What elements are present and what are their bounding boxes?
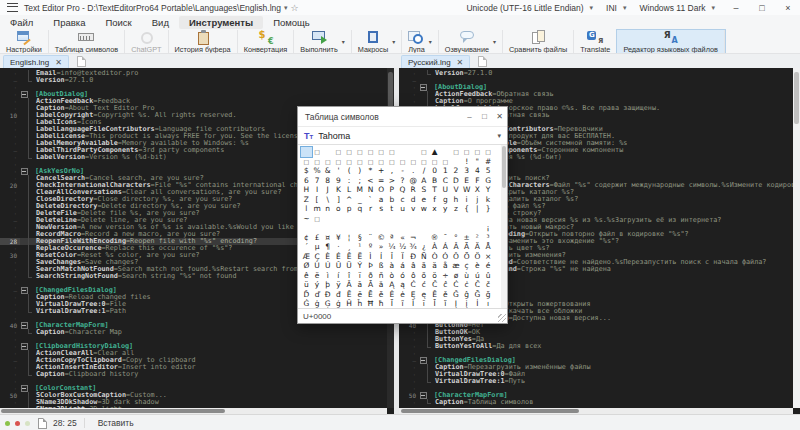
toolbar-button-run[interactable]: Выполнить▾ (294, 30, 351, 53)
character-cell[interactable]: Ú (322, 261, 333, 271)
tab-russian-lng[interactable]: Русский.lng ✕ (401, 55, 470, 69)
character-cell[interactable]: Ē (344, 290, 355, 300)
chevron-down-icon[interactable]: ▾ (429, 38, 432, 45)
character-cell[interactable] (376, 223, 387, 233)
character-cell[interactable]: Í (376, 252, 387, 262)
character-cell[interactable]: | (472, 204, 483, 214)
character-cell[interactable]: Č (472, 280, 483, 290)
character-cell[interactable]: ¬ (408, 233, 419, 243)
toolbar-button-language-file-editor[interactable]: Редактор языковых файлов (617, 30, 725, 53)
character-cell[interactable]: ä (429, 261, 440, 271)
character-cell[interactable]: d (408, 195, 419, 205)
code-line[interactable]: – (399, 77, 800, 84)
character-cell[interactable]: □ (461, 147, 472, 157)
character-cell[interactable] (408, 214, 419, 224)
character-cell[interactable]: ı (483, 299, 494, 308)
character-cell[interactable] (301, 147, 312, 157)
character-cell[interactable]: Ç (312, 252, 323, 262)
character-cell[interactable]: þ (322, 280, 333, 290)
code-line[interactable]: –Version=27.1.0 (0, 77, 394, 84)
character-cell[interactable]: R (408, 185, 419, 195)
character-cell[interactable] (461, 214, 472, 224)
character-cell[interactable]: ć (419, 280, 430, 290)
character-cell[interactable] (483, 214, 494, 224)
character-cell[interactable]: I (312, 185, 323, 195)
character-cell[interactable]: □ (333, 147, 344, 157)
character-cell[interactable]: % (312, 166, 323, 176)
character-cell[interactable]: Ĕ (365, 290, 376, 300)
character-cell[interactable] (376, 214, 387, 224)
character-cell[interactable]: c (397, 195, 408, 205)
character-cell[interactable]: ▲ (429, 147, 440, 157)
character-cell[interactable]: Ø (301, 261, 312, 271)
character-cell[interactable] (354, 214, 365, 224)
character-cell[interactable]: - (397, 166, 408, 176)
character-cell[interactable]: _ (354, 195, 365, 205)
character-cell[interactable] (344, 223, 355, 233)
character-cell[interactable]: y (440, 204, 451, 214)
theme-selector[interactable]: Windows 11 Dark▾ (640, 3, 719, 13)
character-cell[interactable]: æ (451, 261, 462, 271)
insert-mode-indicator[interactable]: Вставить (98, 418, 134, 428)
character-cell[interactable] (387, 223, 398, 233)
character-cell[interactable]: Đ (322, 290, 333, 300)
character-cell[interactable]: ý (312, 280, 323, 290)
character-cell[interactable]: N (365, 185, 376, 195)
character-cell[interactable]: ì (322, 271, 333, 281)
character-cell[interactable]: □ (365, 147, 376, 157)
code-line[interactable]: ·ButtonYesToAll=Да для всех (399, 343, 800, 350)
character-cell[interactable]: [ (312, 195, 323, 205)
character-cell[interactable]: ¿ (419, 242, 430, 252)
character-cell[interactable]: B (429, 176, 440, 186)
character-cell[interactable]: µ (312, 242, 323, 252)
character-cell[interactable]: 3 (461, 166, 472, 176)
dialog-vertical-scrollbar[interactable] (501, 145, 507, 308)
character-cell[interactable] (387, 214, 398, 224)
character-cell[interactable] (451, 223, 462, 233)
character-cell[interactable] (440, 223, 451, 233)
code-line[interactable]: ·Version=27.1.0 (399, 70, 800, 77)
character-cell[interactable]: O (376, 185, 387, 195)
character-cell[interactable] (365, 223, 376, 233)
character-cell[interactable]: k (483, 195, 494, 205)
character-cell[interactable]: □ (365, 157, 376, 167)
character-cell[interactable]: Á (440, 242, 451, 252)
character-cell[interactable]: Į (451, 299, 462, 308)
character-cell[interactable]: Ñ (419, 252, 430, 262)
character-cell[interactable]: ā (354, 280, 365, 290)
character-cell[interactable]: □ (333, 157, 344, 167)
character-cell[interactable]: ¥ (333, 233, 344, 243)
vertical-scrollbar[interactable] (793, 68, 800, 408)
character-cell[interactable] (365, 214, 376, 224)
character-cell[interactable]: ė (397, 290, 408, 300)
character-cell[interactable]: ¶ (322, 242, 333, 252)
character-cell[interactable]: í (333, 271, 344, 281)
character-cell[interactable]: ? (397, 176, 408, 186)
syntax-selector[interactable]: INI▾ (606, 3, 629, 13)
character-cell[interactable]: ĭ (440, 299, 451, 308)
minimize-button[interactable]: – (728, 3, 744, 13)
character-cell[interactable]: L (344, 185, 355, 195)
character-cell[interactable]: ( (344, 166, 355, 176)
character-cell[interactable]: Ă (365, 280, 376, 290)
character-cell[interactable] (429, 223, 440, 233)
character-cell[interactable] (354, 223, 365, 233)
favorite-star-icon[interactable]: ☆ (291, 3, 299, 13)
character-cell[interactable]: Ĝ (451, 290, 462, 300)
code-line[interactable]: ·[AboutDialog] (0, 91, 394, 98)
character-cell[interactable]: ª (387, 233, 398, 243)
character-cell[interactable]: Ò (429, 252, 440, 262)
character-cell[interactable]: ' (333, 166, 344, 176)
fold-collapse-icon[interactable] (420, 392, 427, 399)
character-cell[interactable]: Ü (344, 261, 355, 271)
hamburger-menu-icon[interactable] (7, 3, 18, 12)
character-cell[interactable]: è (472, 261, 483, 271)
code-line[interactable]: ·Caption=Перезагрузить изменённые файлы (399, 364, 800, 371)
fold-collapse-icon[interactable] (21, 91, 28, 98)
code-line[interactable]: ·VirtualDrawTree:1=Путь (399, 378, 800, 385)
menu-Правка[interactable]: Правка (43, 16, 95, 29)
character-cell[interactable] (397, 223, 408, 233)
code-line[interactable]: · (0, 378, 394, 385)
character-cell[interactable]: □ (440, 157, 451, 167)
fold-collapse-icon[interactable] (21, 287, 28, 294)
